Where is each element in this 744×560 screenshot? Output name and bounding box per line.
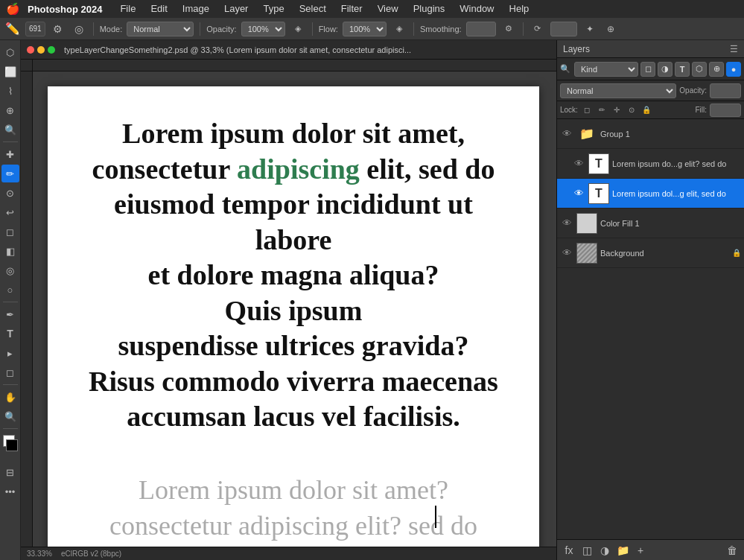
vis-group1[interactable]: 👁 [560, 127, 573, 141]
text-bold-line1: Quis ipsum [225, 295, 363, 326]
layer-row-text2[interactable]: 👁 T Lorem ipsum dol...g elit, sed do [557, 179, 744, 209]
canvas-scroll[interactable]: Lorem ipsum dolor sit amet, consectetur … [33, 71, 556, 547]
layer-row-text1[interactable]: 👁 T Lorem ipsum do...g elit? sed do [557, 149, 744, 179]
menu-type[interactable]: Type [257, 0, 290, 18]
blur-tool[interactable]: ◎ [1, 261, 19, 279]
lock-all-btn[interactable]: 🔒 [640, 104, 652, 116]
lock-position-btn[interactable]: ✛ [611, 104, 623, 116]
eyedropper-tool[interactable]: 🔍 [1, 121, 19, 139]
zoom-tool[interactable]: 🔍 [1, 407, 19, 425]
healing-tool[interactable]: ✚ [1, 145, 19, 163]
layer-name-bg: Background [600, 249, 729, 258]
pressure-flow-icon[interactable]: ◈ [391, 21, 407, 37]
main-layout: ⬡ ⬜ ⌇ ⊕ 🔍 ✚ ✏ ⊙ ↩ ◻ ◧ ◎ ○ ✒ T ▸ ◻ ✋ 🔍 ⊟ … [0, 40, 744, 560]
text-layer-light: Lorem ipsum dolor sit amet? consectetur … [48, 472, 539, 547]
text-post-green: elit, sed do [360, 153, 495, 185]
hand-tool[interactable]: ✋ [1, 388, 19, 406]
add-mask-btn[interactable]: ◫ [579, 543, 594, 558]
eraser-tool[interactable]: ◻ [1, 223, 19, 241]
filter-kind-select[interactable]: Kind [574, 62, 638, 77]
layer-row-group1[interactable]: 👁 📁 Group 1 [557, 119, 744, 149]
minimize-button[interactable] [37, 46, 45, 54]
menu-filter[interactable]: Filter [335, 0, 369, 18]
vis-bg[interactable]: 👁 [560, 246, 573, 260]
menu-help[interactable]: Help [503, 0, 535, 18]
brush-picker-icon[interactable]: ◎ [71, 21, 87, 37]
menu-view[interactable]: View [372, 0, 404, 18]
angle-input[interactable]: 0° [550, 22, 577, 36]
smoothing-input[interactable] [466, 22, 496, 36]
shape-tool[interactable]: ◻ [1, 363, 19, 381]
text-line-1: Lorem ipsum dolor sit amet, [122, 118, 465, 149]
add-adjustment-btn[interactable]: ◑ [597, 543, 612, 558]
opacity-select[interactable]: 100% [241, 22, 285, 36]
lock-transparent-btn[interactable]: ◻ [581, 104, 593, 116]
crop-tool[interactable]: ⊕ [1, 101, 19, 119]
filter-shape-btn[interactable]: ⬡ [692, 62, 707, 77]
vis-fill[interactable]: 👁 [560, 217, 573, 230]
new-layer-btn[interactable]: + [633, 543, 648, 558]
selection-tool[interactable]: ⬜ [1, 63, 19, 80]
filter-toggle[interactable]: ● [726, 62, 741, 77]
mode-select[interactable]: Normal [127, 22, 194, 36]
move-tool[interactable]: ⬡ [1, 43, 19, 61]
mode-label: Mode: [100, 25, 123, 34]
menu-file[interactable]: File [114, 0, 142, 18]
angle-icon[interactable]: ⟳ [530, 21, 546, 37]
path-selection[interactable]: ▸ [1, 344, 19, 362]
opacity-label: Opacity: [679, 86, 707, 95]
clone-tool[interactable]: ⊙ [1, 184, 19, 202]
fill-input[interactable]: 100% [710, 104, 741, 117]
filter-label: 🔍 [560, 64, 570, 74]
menu-edit[interactable]: Edit [144, 0, 173, 18]
filter-adjust-btn[interactable]: ◑ [658, 62, 673, 77]
brush-tool active[interactable]: ✏ [1, 165, 19, 182]
layers-menu-icon[interactable]: ☰ [730, 44, 738, 54]
pressure-opacity-icon[interactable]: ◈ [290, 21, 306, 37]
fill-label: Fill: [695, 106, 707, 114]
tool-icon-brush[interactable]: ✏️ [4, 21, 21, 37]
vis-text1[interactable]: 👁 [572, 157, 585, 171]
thumb-text1: T [588, 153, 609, 174]
light-line-2: consectetur adipiscing elit? sed do [109, 511, 477, 541]
app-name: Photoshop 2024 [28, 4, 102, 15]
blend-mode-select[interactable]: Normal [560, 83, 676, 98]
filter-smart-btn[interactable]: ⊕ [709, 62, 724, 77]
filter-type-btn[interactable]: T [675, 62, 690, 77]
tool-options-icon[interactable]: ⚙ [50, 21, 66, 37]
delete-layer-btn[interactable]: 🗑 [725, 543, 740, 558]
layer-row-bg[interactable]: 👁 Background 🔒 [557, 238, 744, 268]
screen-mode[interactable]: ⊟ [1, 463, 19, 481]
opacity-input[interactable]: 100% [710, 83, 741, 98]
vis-text2[interactable]: 👁 [572, 187, 585, 200]
symmetry-icon[interactable]: ✦ [582, 21, 598, 37]
close-button[interactable] [27, 46, 34, 54]
type-tool[interactable]: T [1, 325, 19, 343]
lock-artboard-btn[interactable]: ⊙ [626, 104, 638, 116]
canvas-text-top: Lorem ipsum dolor sit amet, consectetur … [48, 86, 539, 450]
fg-color-swatch[interactable] [6, 439, 18, 451]
smoothing-label: Smoothing: [420, 25, 462, 34]
menu-image[interactable]: Image [177, 0, 215, 18]
maximize-button[interactable] [48, 46, 55, 54]
lock-image-btn[interactable]: ✏ [596, 104, 608, 116]
menu-plugins[interactable]: Plugins [407, 0, 451, 18]
menu-window[interactable]: Window [454, 0, 500, 18]
more-tools[interactable]: ••• [1, 483, 19, 500]
add-style-btn[interactable]: fx [562, 543, 576, 558]
smoothing-options-icon[interactable]: ⚙ [500, 21, 517, 37]
extra-icon[interactable]: ⊕ [602, 21, 619, 37]
dodge-tool[interactable]: ○ [1, 281, 19, 299]
layer-row-fill[interactable]: 👁 Color Fill 1 [557, 209, 744, 238]
create-group-btn[interactable]: 📁 [615, 543, 630, 558]
filter-pixel-btn[interactable]: ◻ [640, 62, 655, 77]
text-bold-line3: Risus commodo viverra maecenas [89, 366, 498, 397]
pen-tool[interactable]: ✒ [1, 305, 19, 323]
tool-sep-2 [3, 302, 18, 302]
lasso-tool[interactable]: ⌇ [1, 82, 19, 100]
flow-select[interactable]: 100% [343, 22, 387, 36]
gradient-tool[interactable]: ◧ [1, 242, 19, 260]
menu-layer[interactable]: Layer [218, 0, 255, 18]
history-brush[interactable]: ↩ [1, 203, 19, 221]
menu-select[interactable]: Select [293, 0, 332, 18]
